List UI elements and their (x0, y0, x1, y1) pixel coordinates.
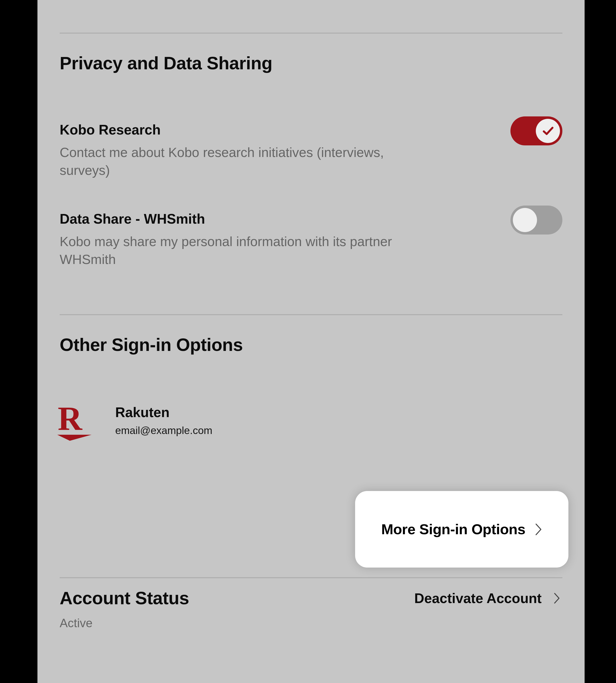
deactivate-label: Deactivate Account (414, 590, 542, 606)
check-icon (542, 125, 554, 137)
privacy-item-desc: Contact me about Kobo research initiativ… (60, 144, 403, 179)
toggle-knob (536, 119, 560, 143)
chevron-right-icon (553, 592, 560, 604)
account-status-row: Account Status Deactivate Account (60, 588, 563, 609)
signin-provider-name: Rakuten (115, 404, 212, 420)
signin-heading: Other Sign-in Options (60, 334, 563, 355)
rakuten-logo-icon: R (55, 398, 92, 442)
privacy-item-desc: Kobo may share my personal information w… (60, 233, 403, 268)
settings-panel: Privacy and Data Sharing Kobo Research C… (38, 0, 585, 683)
signin-provider-email: email@example.com (115, 424, 212, 436)
more-signin-label: More Sign-in Options (381, 521, 525, 537)
chevron-right-icon (534, 523, 542, 536)
privacy-heading: Privacy and Data Sharing (60, 53, 563, 73)
toggle-knob (513, 208, 537, 232)
status-heading: Account Status (60, 588, 189, 609)
toggle-whsmith[interactable] (510, 205, 563, 235)
divider (60, 314, 563, 315)
toggle-kobo-research[interactable] (510, 116, 563, 146)
deactivate-account-button[interactable]: Deactivate Account (414, 590, 563, 606)
privacy-row-whsmith: Data Share - WHSmith Kobo may share my p… (60, 211, 563, 268)
account-status-value: Active (60, 616, 563, 630)
divider (60, 577, 563, 578)
more-signin-options-button[interactable]: More Sign-in Options (355, 491, 568, 568)
row-text-block: Data Share - WHSmith Kobo may share my p… (60, 211, 403, 268)
svg-text:R: R (58, 400, 83, 437)
privacy-item-title: Kobo Research (60, 122, 403, 138)
signin-provider-row[interactable]: R Rakuten email@example.com (60, 398, 563, 442)
divider (60, 32, 563, 34)
row-text-block: Kobo Research Contact me about Kobo rese… (60, 122, 403, 179)
privacy-item-title: Data Share - WHSmith (60, 211, 403, 227)
privacy-row-kobo-research: Kobo Research Contact me about Kobo rese… (60, 122, 563, 179)
signin-labels: Rakuten email@example.com (115, 404, 212, 436)
